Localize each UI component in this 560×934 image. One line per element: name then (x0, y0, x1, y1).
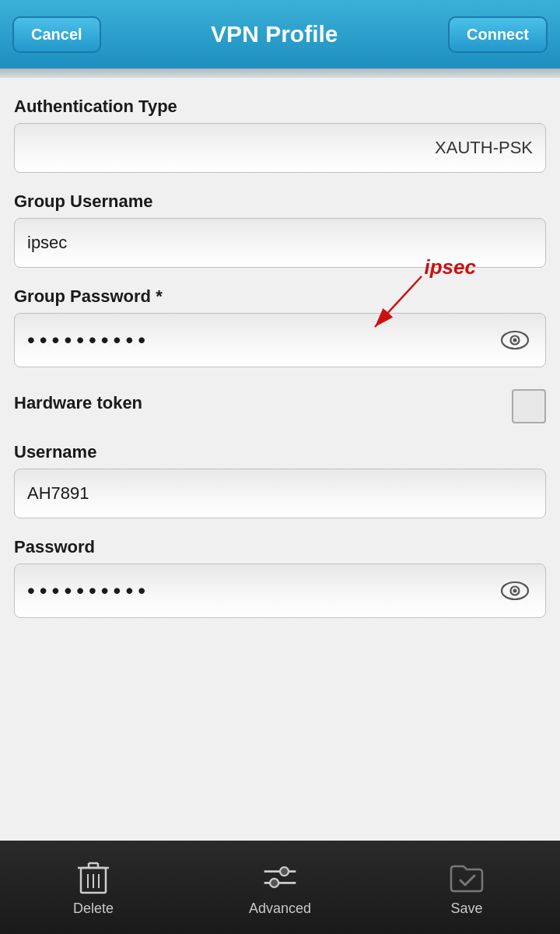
svg-point-2 (513, 339, 517, 342)
cancel-button[interactable]: Cancel (12, 16, 101, 53)
auth-type-section: Authentication Type XAUTH-PSK (14, 97, 546, 173)
save-label: Save (450, 901, 482, 917)
main-content: Authentication Type XAUTH-PSK Group User… (0, 97, 560, 618)
username-label: Username (14, 442, 546, 462)
username-field[interactable] (14, 469, 546, 518)
advanced-label: Advanced (249, 901, 311, 917)
connect-button[interactable]: Connect (448, 16, 548, 53)
hardware-token-label: Hardware token (14, 393, 142, 413)
auth-type-input[interactable]: XAUTH-PSK (14, 123, 546, 173)
group-username-section: Group Username (14, 191, 546, 268)
auth-type-value: XAUTH-PSK (435, 138, 533, 158)
svg-point-19 (270, 878, 278, 887)
username-section: Username (14, 442, 546, 518)
group-password-label: Group Password * (14, 286, 546, 307)
page-title: VPN Profile (101, 21, 448, 47)
group-password-field[interactable]: •••••••••• (14, 313, 546, 367)
save-icon (448, 859, 485, 896)
group-username-label: Group Username (14, 191, 546, 212)
header: Cancel VPN Profile Connect (0, 0, 560, 68)
password-section: Password •••••••••• (14, 537, 546, 618)
password-dots: •••••••••• (27, 578, 150, 603)
group-password-dots: •••••••••• (27, 328, 150, 353)
hardware-token-row: Hardware token (14, 389, 546, 423)
advanced-icon (261, 859, 299, 896)
svg-point-7 (513, 589, 517, 593)
delete-toolbar-item[interactable]: Delete (47, 859, 140, 917)
group-username-field[interactable] (14, 218, 546, 268)
group-password-toggle[interactable] (497, 326, 533, 354)
group-password-section: Group Password * •••••••••• ipsec (14, 286, 546, 367)
username-input[interactable] (27, 483, 533, 504)
eye-icon (501, 329, 529, 351)
password-field[interactable]: •••••••••• (14, 564, 546, 618)
save-toolbar-item[interactable]: Save (420, 859, 513, 917)
hardware-token-checkbox[interactable] (512, 389, 546, 423)
bottom-toolbar: Delete Advanced Save (0, 841, 560, 934)
advanced-toolbar-item[interactable]: Advanced (233, 859, 327, 917)
svg-point-18 (280, 867, 289, 876)
eye-icon-password (501, 580, 529, 602)
delete-icon (75, 859, 112, 896)
password-label: Password (14, 537, 546, 557)
scroll-indicator (0, 68, 560, 78)
group-username-input[interactable] (27, 233, 533, 253)
delete-label: Delete (73, 901, 114, 917)
auth-type-label: Authentication Type (14, 97, 546, 117)
password-toggle[interactable] (497, 577, 533, 605)
